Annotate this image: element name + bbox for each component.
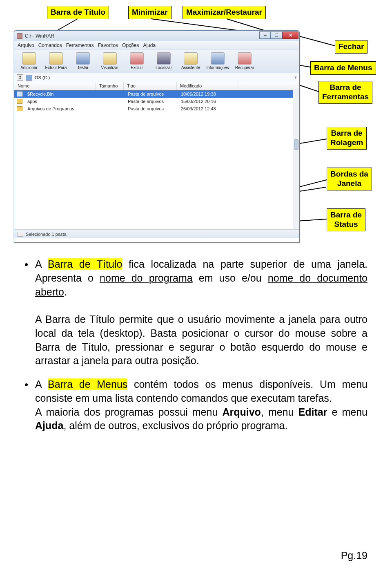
col-tipo[interactable]: Tipo <box>124 82 177 90</box>
folder-icon <box>17 106 22 111</box>
menu-ferramentas[interactable]: Ferramentas <box>66 43 94 48</box>
page-number: Pg.19 <box>341 550 368 562</box>
window-title: C:\ - WinRAR <box>25 33 54 39</box>
toolbar-informacoes[interactable]: Informações <box>205 52 230 70</box>
article-body: A Barra de Título fica localizada na par… <box>24 257 368 443</box>
menu-ajuda[interactable]: Ajuda <box>143 43 156 48</box>
table-row[interactable]: Arquivos de Programas Pasta de arquivos … <box>14 105 299 112</box>
minimize-button[interactable]: ━ <box>259 31 271 39</box>
callout-barra-status: Barra de Status <box>327 208 365 231</box>
col-tamanho[interactable]: Tamanho <box>96 82 124 90</box>
path-bar[interactable]: ↥ OS (C:) ▾ <box>14 73 299 82</box>
toolbar-visualizar[interactable]: Visualizar <box>98 52 122 70</box>
menu-comandos[interactable]: Comandos <box>38 43 62 48</box>
paragraph-2: A Barra de Título permite que o usuário … <box>35 313 368 366</box>
callout-fechar: Fechar <box>335 40 368 54</box>
menu-opcoes[interactable]: Opções <box>122 43 139 48</box>
toolbar: Adicionar Extrair Para Testar Visualizar… <box>14 49 299 73</box>
close-button[interactable]: ✕ <box>282 31 298 39</box>
svg-line-6 <box>297 139 327 144</box>
title-bar[interactable]: C:\ - WinRAR ━ ☐ ✕ <box>14 31 299 41</box>
menu-bar: Arquivo Comandos Ferramentas Favoritos O… <box>14 41 299 49</box>
toolbar-extrair[interactable]: Extrair Para <box>44 52 68 70</box>
status-text: Selecionado 1 pasta <box>26 232 67 237</box>
toolbar-localizar[interactable]: Localizar <box>151 52 176 70</box>
callout-minimizar: Minimizar <box>128 6 172 19</box>
toolbar-excluir[interactable]: Excluir <box>125 52 149 70</box>
scrollbar[interactable] <box>293 90 299 229</box>
callout-bordas-janela: Bordas da Janela <box>327 168 372 190</box>
folder-icon <box>17 92 22 96</box>
scrollbar-thumb[interactable] <box>294 139 298 150</box>
menu-arquivo[interactable]: Arquivo <box>18 43 34 48</box>
bullet-2: A Barra de Menus contém todos os menus d… <box>24 378 368 433</box>
drive-icon <box>26 75 32 81</box>
callout-barra-ferramentas: Barra de Ferramentas <box>318 81 372 104</box>
winrar-window: C:\ - WinRAR ━ ☐ ✕ Arquivo Comandos Ferr… <box>14 30 300 243</box>
status-icon <box>18 232 23 237</box>
file-list: $Recycle.Bin Pasta de arquivos 10/06/201… <box>14 90 299 229</box>
folder-icon <box>17 99 22 104</box>
up-icon[interactable]: ↥ <box>17 74 23 81</box>
status-bar: Selecionado 1 pasta <box>14 229 299 238</box>
callout-barra-rolagem: Barra de Rolagem <box>327 127 367 150</box>
app-icon <box>17 33 22 39</box>
toolbar-assistente[interactable]: Assistente <box>178 52 203 70</box>
maximize-button[interactable]: ☐ <box>271 31 282 39</box>
col-modificado[interactable]: Modificado <box>177 82 238 90</box>
column-header: Nome Tamanho Tipo Modificado <box>14 82 299 90</box>
toolbar-testar[interactable]: Testar <box>71 52 95 70</box>
bullet-1: A Barra de Título fica localizada na par… <box>24 257 368 368</box>
menu-favoritos[interactable]: Favoritos <box>98 43 118 48</box>
toolbar-adicionar[interactable]: Adicionar <box>17 52 41 70</box>
callout-barra-menus: Barra de Menus <box>310 61 376 75</box>
table-row[interactable]: apps Pasta de arquivos 15/03/2012 20:16 <box>14 98 299 105</box>
path-label: OS (C:) <box>35 75 50 80</box>
path-dropdown-icon[interactable]: ▾ <box>294 75 297 80</box>
callout-barra-titulo: Barra de Título <box>47 6 109 19</box>
toolbar-recuperar[interactable]: Recuperar <box>232 52 257 70</box>
col-nome[interactable]: Nome <box>14 82 96 90</box>
svg-line-7 <box>298 180 327 187</box>
table-row[interactable]: $Recycle.Bin Pasta de arquivos 10/06/201… <box>14 90 299 98</box>
callout-maximizar: Maximizar/Restaurar <box>183 6 266 19</box>
